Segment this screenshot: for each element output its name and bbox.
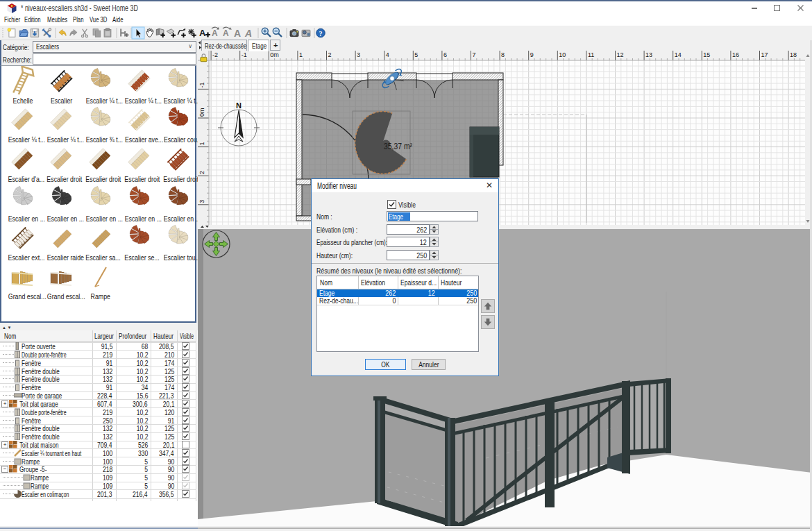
svg-text:0m: 0m <box>270 51 279 58</box>
svg-text:3: 3 <box>357 51 360 58</box>
svg-text:8: 8 <box>501 51 505 58</box>
svg-text:A: A <box>212 28 218 38</box>
svg-text:5: 5 <box>414 51 418 58</box>
svg-text:18: 18 <box>790 51 797 58</box>
svg-text:10: 10 <box>559 51 566 58</box>
svg-text:1: 1 <box>299 51 303 58</box>
svg-text:-1: -1 <box>242 51 247 58</box>
svg-text:17: 17 <box>761 51 768 58</box>
svg-text:7: 7 <box>473 51 476 58</box>
svg-text:3: 3 <box>198 200 205 203</box>
svg-text:2: 2 <box>328 51 332 58</box>
svg-text:A: A <box>199 28 206 38</box>
svg-text:A: A <box>234 28 241 39</box>
svg-text:N: N <box>236 101 242 110</box>
svg-text:16: 16 <box>732 51 739 58</box>
svg-text:13: 13 <box>645 51 652 58</box>
svg-text:?: ? <box>319 30 323 37</box>
svg-text:35,37 m²: 35,37 m² <box>384 142 412 151</box>
svg-text:1: 1 <box>198 142 205 146</box>
svg-text:A: A <box>244 28 252 39</box>
svg-text:0m: 0m <box>198 108 205 117</box>
svg-text:4: 4 <box>386 51 389 58</box>
svg-text:15: 15 <box>703 51 710 58</box>
svg-text:9: 9 <box>530 51 534 58</box>
svg-text:11: 11 <box>588 51 594 58</box>
svg-text:2: 2 <box>198 171 205 174</box>
svg-text:-1: -1 <box>198 82 205 87</box>
svg-text:-2: -2 <box>212 51 218 58</box>
svg-text:12: 12 <box>617 51 624 58</box>
svg-text:14: 14 <box>675 51 682 58</box>
svg-text:6: 6 <box>443 51 447 58</box>
svg-text:A: A <box>223 28 229 38</box>
